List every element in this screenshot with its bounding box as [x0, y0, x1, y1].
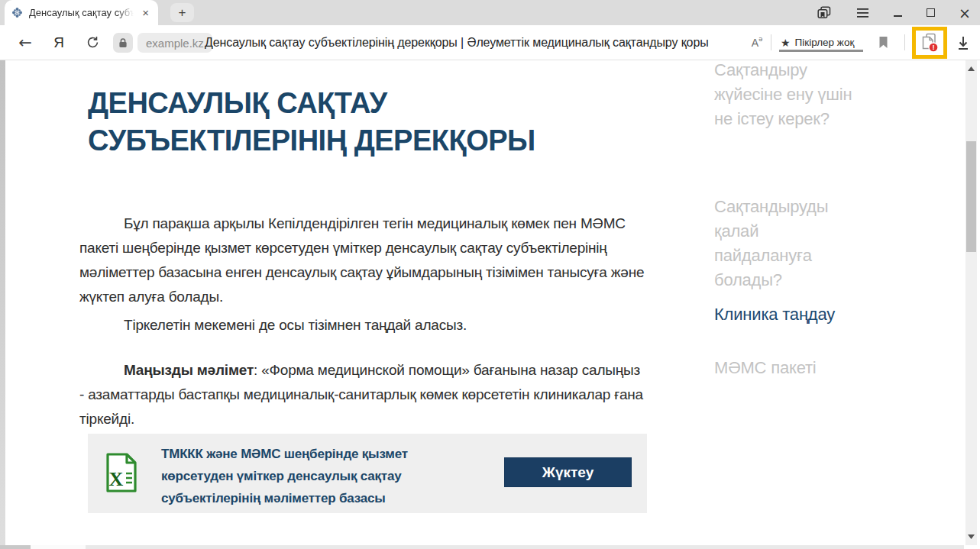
horizontal-scrollbar-thumb[interactable] [31, 545, 86, 549]
horizontal-scrollbar-track[interactable] [86, 545, 964, 549]
svg-text:X: X [109, 468, 124, 490]
domain-chip[interactable]: example.kz [137, 33, 212, 53]
address-bar-page-title: Денсаулық сақтау субъектілерінің дерекқо… [205, 25, 709, 60]
download-card: X ТМККК және МӘМС шеңберінде қызмет көрс… [88, 434, 647, 513]
important-note-paragraph: Маңызды мәлімет: «Форма медицинской помо… [79, 358, 648, 431]
svg-text:!: ! [932, 43, 934, 51]
site-favicon-icon [11, 7, 23, 18]
tab-close-icon[interactable]: × [140, 5, 151, 20]
browser-window: Денсаулық сақтау субъ × + × ← Я [0, 0, 980, 549]
triangle-up-icon [968, 66, 975, 71]
page-content: ДЕНСАУЛЫҚ САҚТАУ СУБЪЕКТІЛЕРІНІҢ ДЕРЕКҚО… [0, 60, 980, 549]
sidebar-item-how-to-use[interactable]: Сақтандыруды қалай пайдалануға болады? [714, 195, 859, 292]
download-icon [956, 35, 970, 50]
translate-button[interactable]: Aә [746, 25, 768, 60]
scroll-up-button[interactable] [965, 63, 977, 74]
maximize-icon [927, 8, 935, 17]
star-icon: ★ [781, 37, 791, 49]
important-note-label: Маңызды мәлімет [124, 362, 254, 378]
excel-file-icon: X [105, 453, 137, 496]
refresh-button[interactable] [79, 25, 105, 60]
site-security-chip[interactable] [113, 33, 133, 53]
tab-bar: Денсаулық сақтау субъ × + × [0, 0, 980, 25]
lock-icon [118, 37, 128, 48]
translate-icon: A [752, 37, 758, 49]
tabs-panel-button[interactable] [811, 0, 837, 25]
toolbar-divider [904, 34, 905, 50]
reviews-underline [779, 50, 863, 52]
register-paragraph: Тіркелетін мекемені де осы тізімнен таңд… [79, 313, 648, 337]
browser-toolbar: ← Я example.kz Денсаулық сақтау субъекті… [0, 25, 980, 60]
sidebar-item-msi-package[interactable]: МӘМС пакеті [714, 356, 859, 380]
browser-menu-button[interactable] [849, 0, 875, 25]
bookmark-flag-icon [878, 36, 888, 49]
bookmark-button[interactable] [872, 25, 894, 60]
triangle-down-icon [968, 534, 975, 539]
document-alert-icon: ! [920, 33, 939, 53]
sidebar-item-choose-clinic[interactable]: Клиника таңдау [714, 302, 859, 327]
vertical-scrollbar-thumb[interactable] [966, 141, 976, 252]
reviews-button[interactable]: ★ Пікірлер жоқ [778, 25, 857, 60]
downloads-button[interactable] [952, 25, 975, 60]
vertical-scrollbar[interactable] [965, 60, 977, 545]
maximize-button[interactable] [917, 0, 943, 25]
sidebar-item-enter-system[interactable]: Сақтандыру жүйесіне ену үшін не істеу ке… [714, 60, 859, 131]
panels-icon [817, 6, 831, 19]
toolbar-divider [771, 34, 771, 50]
yandex-logo-button[interactable]: Я [46, 25, 72, 60]
page-title: ДЕНСАУЛЫҚ САҚТАУ СУБЪЕКТІЛЕРІНІҢ ДЕРЕКҚО… [88, 85, 623, 160]
download-description: ТМККК және МӘМС шеңберінде қызмет көрсет… [161, 443, 467, 509]
reviews-label: Пікірлер жоқ [795, 37, 855, 48]
hamburger-icon [857, 8, 868, 18]
page-edge-shadow [0, 60, 5, 545]
horizontal-scrollbar-left [0, 545, 31, 549]
download-button[interactable]: Жүктеу [504, 457, 632, 487]
sidebar-panel-button[interactable]: ! [916, 31, 943, 55]
minimize-icon [894, 15, 902, 17]
minimize-button[interactable] [885, 0, 910, 25]
window-close-button[interactable]: × [952, 0, 978, 25]
intro-paragraph: Бұл парақша арқылы Кепілдендірілген тегі… [79, 212, 648, 309]
active-tab[interactable]: Денсаулық сақтау субъ × [5, 0, 158, 25]
back-button[interactable]: ← [12, 25, 38, 60]
new-tab-button[interactable]: + [170, 3, 194, 22]
tab-title: Денсаулық сақтау субъ [29, 7, 134, 18]
scroll-down-button[interactable] [965, 531, 977, 542]
refresh-icon [86, 35, 100, 50]
highlight-annotation: ! [912, 27, 947, 59]
